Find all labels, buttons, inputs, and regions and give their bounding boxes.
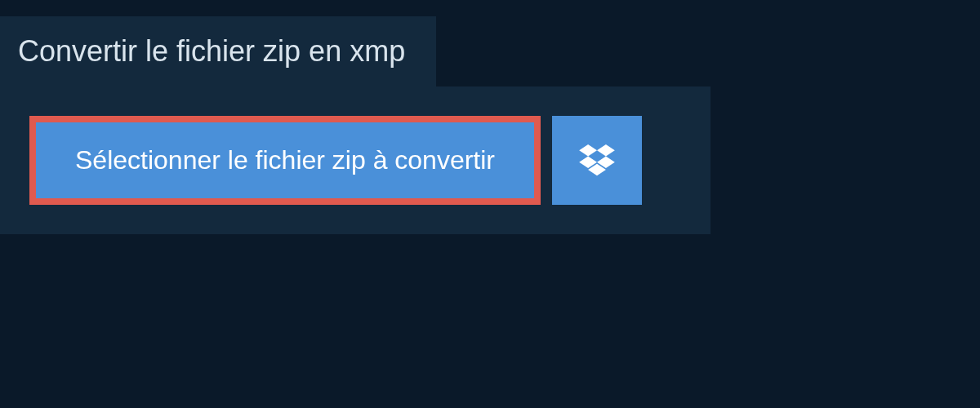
dropbox-icon: [579, 144, 615, 177]
button-row: Sélectionner le fichier zip à convertir: [29, 116, 681, 205]
header-tab: Convertir le fichier zip en xmp: [0, 16, 436, 86]
page-title: Convertir le fichier zip en xmp: [18, 34, 405, 69]
dropbox-button[interactable]: [552, 116, 642, 205]
converter-panel: Sélectionner le fichier zip à convertir: [0, 86, 710, 234]
select-file-button[interactable]: Sélectionner le fichier zip à convertir: [29, 116, 541, 205]
select-file-label: Sélectionner le fichier zip à convertir: [75, 145, 495, 175]
